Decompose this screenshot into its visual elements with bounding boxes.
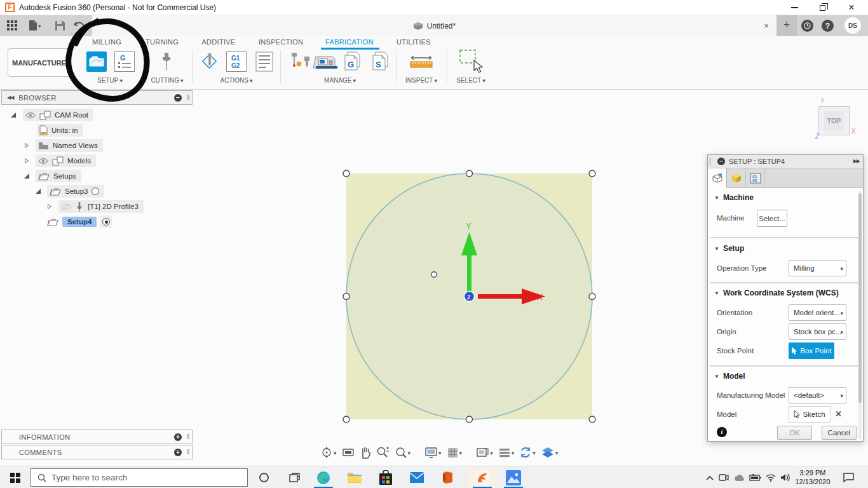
taskbar-search[interactable] bbox=[31, 468, 248, 487]
measure-ruler-icon[interactable] bbox=[409, 51, 434, 72]
tray-battery-icon[interactable] bbox=[747, 466, 763, 488]
taskbar-store-icon[interactable] bbox=[377, 466, 394, 488]
file-menu-icon[interactable] bbox=[28, 19, 41, 32]
stock-handle[interactable] bbox=[466, 416, 473, 423]
cancel-button[interactable]: Cancel bbox=[822, 426, 857, 440]
collapse-panel-icon[interactable] bbox=[7, 95, 13, 100]
viewcube-top-face[interactable]: TOP bbox=[824, 111, 844, 130]
document-tab[interactable]: Untitled* bbox=[92, 15, 776, 36]
stock-handle[interactable] bbox=[466, 170, 473, 177]
setup3-compare-radio[interactable] bbox=[92, 187, 99, 195]
tree-row-named-views[interactable]: Named Views bbox=[24, 139, 103, 152]
section-setup[interactable]: Setup bbox=[714, 244, 744, 253]
expander-open-icon[interactable] bbox=[24, 173, 30, 179]
post-library-icon[interactable]: S bbox=[370, 51, 391, 72]
stock-and-model-graphic[interactable]: Y X Z bbox=[339, 166, 599, 426]
document-tab-close-icon[interactable] bbox=[761, 21, 771, 31]
setup4-compare-radio[interactable] bbox=[102, 218, 110, 226]
stock-handle[interactable] bbox=[343, 416, 349, 423]
information-panel-header[interactable]: INFORMATION + bbox=[1, 430, 193, 444]
tab-fabrication[interactable]: FABRICATION bbox=[323, 38, 376, 48]
dialog-tab-setup[interactable] bbox=[708, 168, 727, 188]
tree-row-setup4[interactable]: Setup4 bbox=[47, 215, 117, 229]
browser-panel-header[interactable]: BROWSER – bbox=[1, 90, 193, 105]
browser-collapse-circle-icon[interactable]: – bbox=[174, 94, 182, 102]
new-document-tab-button[interactable] bbox=[776, 15, 797, 36]
group-label-inspect[interactable]: INSPECT bbox=[399, 77, 444, 86]
setup-dialog-header[interactable]: – SETUP : SETUP4 bbox=[708, 155, 863, 168]
information-grip-icon[interactable] bbox=[187, 433, 190, 440]
compare-layers-caret-icon[interactable] bbox=[555, 448, 559, 457]
viewports-caret-icon[interactable] bbox=[490, 448, 493, 457]
save-icon[interactable] bbox=[55, 19, 65, 32]
visibility-off-eye-icon[interactable] bbox=[61, 203, 71, 210]
model-sketch-button[interactable]: Sketch bbox=[789, 406, 831, 423]
tool-library-icon[interactable] bbox=[289, 51, 313, 72]
stock-handle[interactable] bbox=[589, 416, 595, 423]
zoom-window-caret-icon[interactable] bbox=[408, 448, 411, 457]
tray-chevron-icon[interactable] bbox=[703, 466, 717, 488]
zoom-window-button[interactable] bbox=[393, 445, 412, 459]
taskbar-edge-icon[interactable] bbox=[315, 466, 332, 488]
stock-handle[interactable] bbox=[343, 294, 349, 300]
dialog-tab-stock[interactable] bbox=[727, 168, 746, 188]
tray-wifi-icon[interactable] bbox=[763, 466, 778, 488]
grid-snaps-button[interactable] bbox=[445, 446, 464, 459]
section-wcs[interactable]: Work Coordinate System (WCS) bbox=[714, 288, 839, 297]
display-settings-button[interactable] bbox=[423, 446, 443, 459]
gcode-setup-icon[interactable]: G bbox=[114, 51, 135, 72]
post-process-icon[interactable]: G1G2 bbox=[226, 51, 247, 72]
restore-button[interactable] bbox=[808, 0, 836, 15]
dialog-grip-icon[interactable] bbox=[710, 158, 715, 165]
expander-open-icon[interactable] bbox=[10, 112, 17, 118]
tray-meet-now-icon[interactable] bbox=[717, 466, 731, 488]
dialog-collapse-circle-icon[interactable]: – bbox=[717, 158, 725, 165]
section-machine[interactable]: Machine bbox=[714, 193, 754, 202]
new-setup-icon[interactable] bbox=[86, 51, 107, 72]
tree-item-label[interactable]: Setup3 bbox=[65, 187, 88, 195]
close-button[interactable] bbox=[837, 0, 865, 15]
steps-caret-icon[interactable] bbox=[512, 448, 515, 457]
gcode-document-icon[interactable]: G bbox=[342, 51, 363, 72]
operation-type-dropdown[interactable]: Milling bbox=[789, 260, 846, 276]
tab-utilities[interactable]: UTILITIES bbox=[395, 38, 433, 48]
tree-item-label[interactable]: Models bbox=[67, 157, 91, 165]
orbit-button[interactable] bbox=[319, 445, 338, 459]
tree-item-label[interactable]: CAM Root bbox=[55, 111, 88, 119]
visibility-eye-icon[interactable] bbox=[38, 158, 48, 165]
task-view-button[interactable] bbox=[285, 466, 304, 488]
dialog-scrollbar[interactable] bbox=[858, 191, 862, 440]
tree-row-cam-root[interactable]: CAM Root bbox=[10, 108, 93, 122]
tree-item-label[interactable]: Named Views bbox=[53, 142, 98, 149]
expander-closed-icon[interactable] bbox=[46, 203, 53, 210]
refresh-caret-icon[interactable] bbox=[532, 448, 536, 457]
tab-turning[interactable]: TURNING bbox=[143, 38, 181, 48]
tray-volume-icon[interactable] bbox=[778, 466, 793, 488]
clear-model-selection-icon[interactable] bbox=[835, 409, 842, 419]
visibility-eye-icon[interactable] bbox=[25, 112, 36, 119]
tree-item-label-selected[interactable]: Setup4 bbox=[62, 217, 97, 227]
pan-button[interactable] bbox=[358, 446, 372, 459]
group-label-manage[interactable]: MANAGE bbox=[318, 77, 362, 86]
setup-sheet-icon[interactable] bbox=[254, 51, 275, 72]
look-at-button[interactable] bbox=[341, 447, 356, 458]
stock-handle[interactable] bbox=[589, 294, 595, 300]
tree-item-label[interactable]: Units: in bbox=[51, 126, 78, 134]
account-avatar[interactable]: DS bbox=[844, 17, 861, 34]
action-center-button[interactable] bbox=[840, 466, 857, 488]
dialog-scrollbar-thumb[interactable] bbox=[858, 193, 862, 403]
tree-row-setups[interactable]: Setups bbox=[24, 169, 81, 183]
origin-dropdown[interactable]: Stock box pc... bbox=[789, 323, 846, 340]
display-settings-caret-icon[interactable] bbox=[438, 448, 442, 457]
tree-item-label[interactable]: Setups bbox=[53, 172, 76, 180]
expander-closed-icon[interactable] bbox=[24, 142, 30, 149]
tab-inspection[interactable]: INSPECTION bbox=[259, 38, 303, 48]
machine-library-icon[interactable] bbox=[313, 51, 339, 72]
tree-item-label[interactable]: [T1] 2D Profile3 bbox=[88, 203, 139, 210]
group-label-setup[interactable]: SETUP bbox=[89, 77, 131, 86]
browser-grip-icon[interactable] bbox=[187, 93, 190, 101]
comments-grip-icon[interactable] bbox=[187, 448, 190, 456]
data-panel-grid-icon[interactable] bbox=[6, 19, 18, 32]
box-point-button[interactable]: Box Point bbox=[789, 342, 834, 359]
cutting-tool-icon[interactable] bbox=[156, 51, 177, 72]
